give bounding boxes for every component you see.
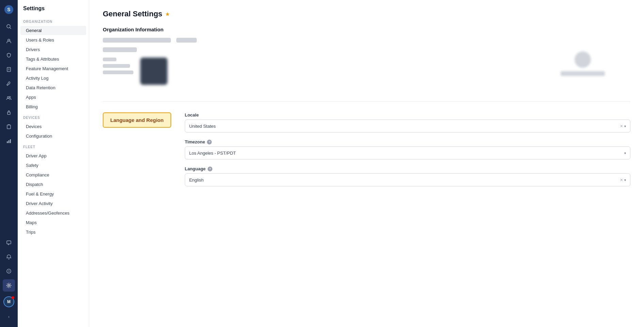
sidebar-item-fuel-energy[interactable]: Fuel & Energy [20, 189, 86, 199]
sidebar-item-devices[interactable]: Devices [20, 122, 86, 131]
org-section-label: ORGANIZATION [18, 16, 89, 26]
lang-region-label: Language and Region [103, 112, 171, 128]
locale-select-actions: × ▾ [620, 123, 626, 129]
svg-rect-13 [9, 140, 10, 143]
people-icon[interactable] [3, 92, 15, 104]
org-info-section: Organization Information [103, 27, 630, 102]
sidebar-item-activity-log[interactable]: Activity Log [20, 74, 86, 83]
svg-rect-5 [7, 67, 11, 72]
bell-icon[interactable] [3, 251, 15, 263]
search-icon[interactable] [3, 20, 15, 33]
sidebar-item-configuration[interactable]: Configuration [20, 131, 86, 141]
devices-section-label: DEVICES [18, 112, 89, 122]
svg-point-8 [7, 97, 9, 98]
language-value: English [189, 177, 620, 183]
sidebar-item-safety[interactable]: Safety [20, 161, 86, 170]
svg-text:S: S [7, 7, 10, 12]
svg-line-3 [10, 28, 11, 29]
sidebar-item-driver-app[interactable]: Driver App [20, 151, 86, 160]
sidebar-item-dispatch[interactable]: Dispatch [20, 180, 86, 189]
locale-field-group: Locale United States × ▾ [185, 112, 630, 133]
locale-select[interactable]: United States × ▾ [185, 120, 630, 133]
timezone-select[interactable]: Los Angeles - PST/PDT ▾ [185, 146, 630, 159]
sidebar-item-trips[interactable]: Trips [20, 228, 86, 237]
favorite-star-icon[interactable]: ★ [165, 11, 170, 17]
svg-rect-10 [7, 112, 10, 114]
lock-icon[interactable] [3, 106, 15, 119]
locale-value: United States [189, 124, 620, 129]
svg-point-18 [8, 285, 10, 286]
sidebar-item-maps[interactable]: Maps [20, 218, 86, 227]
sidebar-item-tags-attributes[interactable]: Tags & Attributes [20, 54, 86, 64]
timezone-help-icon[interactable]: ? [207, 140, 212, 144]
language-field-group: Language ? English × ▾ [185, 166, 630, 186]
svg-rect-14 [10, 139, 11, 143]
locale-label: Locale [185, 112, 630, 118]
sidebar-item-addresses-geofences[interactable]: Addresses/Geofences [20, 208, 86, 218]
shield-icon[interactable] [3, 49, 15, 61]
settings-nav-icon[interactable] [3, 279, 15, 292]
timezone-field-group: Timezone ? Los Angeles - PST/PDT ▾ [185, 139, 630, 159]
language-clear-button[interactable]: × [620, 177, 623, 183]
locale-chevron-icon: ▾ [624, 124, 626, 128]
language-select[interactable]: English × ▾ [185, 173, 630, 186]
svg-rect-11 [7, 125, 11, 129]
user-icon[interactable] [3, 35, 15, 47]
fleet-section-label: FLEET [18, 141, 89, 151]
language-chevron-icon: ▾ [624, 178, 626, 182]
chart-icon[interactable] [3, 135, 15, 147]
sidebar-item-compliance[interactable]: Compliance [20, 170, 86, 180]
user-avatar[interactable]: M [3, 296, 14, 307]
language-select-actions: × ▾ [620, 177, 626, 183]
page-title: General Settings [103, 10, 162, 18]
svg-text:?: ? [8, 270, 10, 273]
settings-title: Settings [18, 5, 89, 16]
document-icon[interactable] [3, 63, 15, 76]
timezone-label: Timezone ? [185, 139, 630, 144]
page-title-container: General Settings ★ [103, 10, 630, 18]
svg-rect-15 [7, 241, 11, 244]
locale-clear-button[interactable]: × [620, 123, 623, 129]
sidebar-item-general[interactable]: General [20, 26, 86, 35]
lang-region-fields: Locale United States × ▾ Timezone ? Lo [185, 112, 630, 186]
sidebar-item-data-retention[interactable]: Data Retention [20, 83, 86, 92]
svg-rect-12 [7, 141, 8, 143]
sidebar-item-feature-management[interactable]: Feature Management [20, 64, 86, 73]
help-icon[interactable]: ? [3, 265, 15, 277]
timezone-chevron-icon: ▾ [624, 151, 626, 155]
sidebar-item-billing[interactable]: Billing [20, 102, 86, 111]
sidebar-item-driver-activity[interactable]: Driver Activity [20, 199, 86, 208]
sidebar-item-drivers[interactable]: Drivers [20, 45, 86, 54]
timezone-select-actions: ▾ [624, 151, 626, 155]
avatar-badge [12, 296, 14, 299]
org-info-title: Organization Information [103, 27, 630, 32]
wrench-icon[interactable] [3, 78, 15, 90]
timezone-value: Los Angeles - PST/PDT [189, 151, 624, 156]
settings-sidebar: Settings ORGANIZATION General Users & Ro… [18, 0, 89, 327]
icon-sidebar: S [0, 0, 18, 327]
clipboard-icon[interactable] [3, 121, 15, 133]
sidebar-item-apps[interactable]: Apps [20, 93, 86, 102]
collapse-icon[interactable]: ‹ [3, 311, 15, 323]
sidebar-item-users-roles[interactable]: Users & Roles [20, 35, 86, 45]
main-content: General Settings ★ Organization Informat… [89, 0, 644, 327]
language-help-icon[interactable]: ? [208, 167, 212, 171]
message-icon[interactable] [3, 236, 15, 249]
app-logo: S [3, 4, 14, 15]
language-label: Language ? [185, 166, 630, 171]
lang-region-section: Language and Region Locale United States… [103, 112, 630, 186]
svg-point-9 [9, 96, 11, 98]
